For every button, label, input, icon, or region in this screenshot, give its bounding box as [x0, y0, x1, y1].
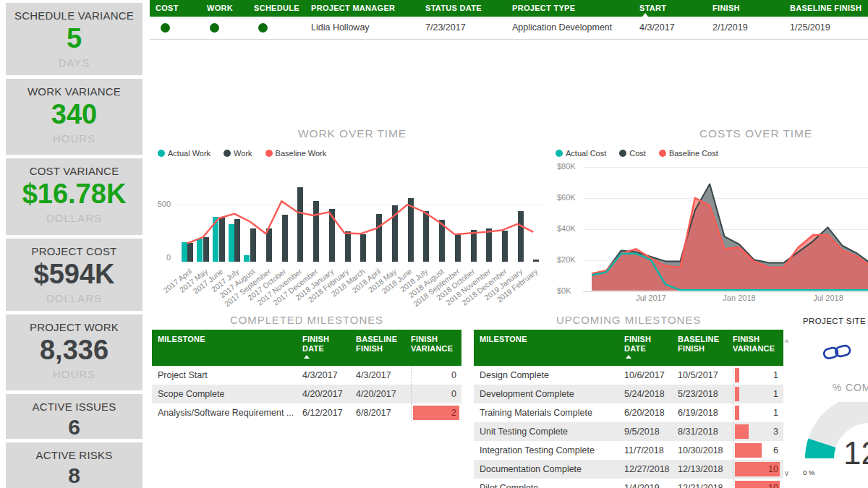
- milestone-row[interactable]: Analysis/Software Requirement ...6/12/20…: [152, 403, 461, 422]
- milestone-row[interactable]: Development Complete5/24/20185/23/20181: [474, 385, 783, 403]
- legend-item-baseline-work[interactable]: Baseline Work: [265, 149, 327, 158]
- milestone-name: Project Start: [158, 370, 208, 380]
- milestone-name: Unit Testing Complete: [480, 427, 568, 437]
- legend-dot: [556, 150, 563, 157]
- kpi-value: 6: [6, 416, 142, 439]
- milestone-name: Pilot Complete: [480, 483, 538, 488]
- gauge-value: 12%: [839, 435, 868, 471]
- kpi-title: ACTIVE RISKS: [6, 449, 142, 461]
- baseline-work-line: [179, 172, 541, 262]
- costs-xtick: Jul 2018: [799, 294, 857, 302]
- kpi-card-project-cost[interactable]: PROJECT COST$594KDOLLARS: [6, 239, 142, 311]
- kpi-value: 340: [6, 100, 142, 129]
- kpi-card-work-variance[interactable]: WORK VARIANCE340HOURS: [6, 79, 142, 155]
- info-col-status-date[interactable]: STATUS DATE: [425, 4, 482, 12]
- kpi-card-cost-variance[interactable]: COST VARIANCE$16.78KDOLLARS: [6, 158, 142, 235]
- milestone-baseline-finish: 6/8/2017: [356, 408, 391, 418]
- milestone-baseline-finish: 4/20/2017: [356, 389, 396, 399]
- legend-dot: [619, 150, 626, 157]
- milestones-col-milestone[interactable]: MILESTONE: [480, 335, 617, 344]
- costs-plot[interactable]: [592, 165, 868, 294]
- milestone-finish-date: 11/7/2018: [624, 445, 664, 455]
- sort-ascending-icon: [626, 355, 631, 359]
- milestone-name: Scope Complete: [158, 389, 224, 399]
- legend-item-cost[interactable]: Cost: [619, 149, 646, 158]
- variance-value: 0: [451, 370, 456, 380]
- scroll-up-arrow[interactable]: ^: [785, 340, 788, 347]
- milestones-col-baseline-finish[interactable]: BASELINE FINISH: [678, 335, 730, 354]
- milestones-col-finish-date[interactable]: FINISH DATE: [302, 335, 350, 354]
- milestone-finish-date: 1/4/2019: [624, 483, 660, 488]
- variance-value: 6: [773, 445, 778, 455]
- kpi-title: PROJECT COST: [6, 245, 142, 257]
- variance-bar: [735, 443, 762, 458]
- kpi-card-active-issues[interactable]: ACTIVE ISSUES6: [6, 394, 142, 439]
- info-value: 2/1/2019: [712, 22, 748, 33]
- variance-bar: [735, 424, 749, 439]
- milestone-name: Training Materials Complete: [480, 408, 592, 418]
- costs-ytick: $80K: [557, 162, 576, 171]
- work-ytick-0: 0: [149, 253, 171, 262]
- info-value: 7/23/2017: [425, 22, 466, 33]
- legend-dot: [158, 150, 165, 157]
- sort-ascending-icon: [642, 13, 648, 17]
- link-icon[interactable]: [822, 341, 852, 363]
- kpi-title: COST VARIANCE: [6, 165, 142, 177]
- milestones-col-finish-variance[interactable]: FINISH VARIANCE: [733, 335, 782, 354]
- milestone-row[interactable]: Training Materials Complete6/20/20186/19…: [474, 403, 783, 422]
- variance-value: 10: [768, 483, 778, 488]
- milestone-finish-date: 9/5/2018: [624, 427, 660, 437]
- info-col-work[interactable]: WORK: [207, 4, 233, 12]
- costs-chart-title: COSTS OVER TIME: [553, 127, 868, 140]
- milestone-baseline-finish: 5/23/2018: [678, 389, 718, 399]
- milestones-col-baseline-finish[interactable]: BASELINE FINISH: [356, 335, 408, 354]
- milestone-row[interactable]: Documentation Complete12/27/201812/13/20…: [474, 460, 783, 479]
- milestone-row[interactable]: Unit Testing Complete9/5/20188/31/20183: [474, 422, 783, 441]
- info-col-schedule[interactable]: SCHEDULE: [254, 4, 299, 12]
- info-col-finish[interactable]: FINISH: [712, 4, 740, 12]
- milestones-col-milestone[interactable]: MILESTONE: [158, 335, 295, 344]
- scroll-down-arrow[interactable]: v: [785, 470, 788, 477]
- work-x-axis-labels: 2017 April2017 May2017 June2017 July2017…: [179, 263, 541, 314]
- finish-variance-cell: 10: [733, 460, 784, 479]
- kpi-value: $16.78K: [6, 180, 142, 209]
- kpi-title: ACTIVE ISSUES: [6, 401, 142, 413]
- milestone-baseline-finish: 10/30/2018: [678, 445, 723, 455]
- variance-value: 1: [773, 389, 778, 399]
- milestone-row[interactable]: Design Complete10/6/201710/5/20171: [474, 366, 783, 385]
- legend-item-baseline-cost[interactable]: Baseline Cost: [659, 149, 718, 158]
- kpi-value: 8: [6, 464, 142, 487]
- info-table-header: COSTWORKSCHEDULEPROJECT MANAGERSTATUS DA…: [150, 0, 868, 17]
- info-col-baseline-finish[interactable]: BASELINE FINISH: [790, 4, 861, 12]
- info-col-start[interactable]: START: [639, 4, 666, 12]
- variance-value: 0: [451, 389, 456, 399]
- info-col-project-manager[interactable]: PROJECT MANAGER: [311, 4, 395, 12]
- gauge-min-label: 0 %: [803, 468, 814, 476]
- legend-label: Actual Cost: [566, 149, 606, 158]
- info-col-project-type[interactable]: PROJECT TYPE: [512, 4, 575, 12]
- finish-variance-cell: 0: [411, 385, 462, 403]
- work-plot: [179, 172, 541, 262]
- milestone-row[interactable]: Integration Testing Complete11/7/201810/…: [474, 441, 783, 460]
- kpi-unit: DAYS: [6, 56, 142, 69]
- kpi-card-schedule-variance[interactable]: SCHEDULE VARIANCE5DAYS: [6, 3, 142, 75]
- kpi-card-active-risks[interactable]: ACTIVE RISKS8: [6, 442, 142, 488]
- milestone-row[interactable]: Project Start4/3/20174/3/20170: [152, 366, 461, 385]
- milestone-baseline-finish: 8/31/2018: [678, 427, 718, 437]
- milestone-finish-date: 4/20/2017: [302, 389, 343, 399]
- milestone-baseline-finish: 4/3/2017: [356, 370, 391, 380]
- legend-dot: [224, 150, 231, 157]
- finish-variance-cell: 0: [411, 366, 462, 385]
- milestone-row[interactable]: Scope Complete4/20/20174/20/20170: [152, 385, 461, 403]
- info-col-cost[interactable]: COST: [156, 4, 179, 12]
- milestones-col-finish-date[interactable]: FINISH DATE: [624, 335, 672, 354]
- legend-item-actual-work[interactable]: Actual Work: [158, 149, 210, 158]
- milestone-row[interactable]: Pilot Complete1/4/201912/21/201810: [474, 479, 783, 488]
- legend-item-work[interactable]: Work: [224, 149, 252, 158]
- milestone-finish-date: 6/20/2018: [624, 408, 665, 418]
- milestones-col-finish-variance[interactable]: FINISH VARIANCE: [411, 335, 460, 354]
- costs-ytick: $60K: [557, 193, 576, 202]
- legend-label: Cost: [629, 149, 646, 158]
- legend-item-actual-cost[interactable]: Actual Cost: [556, 149, 606, 158]
- legend-label: Baseline Cost: [669, 149, 718, 158]
